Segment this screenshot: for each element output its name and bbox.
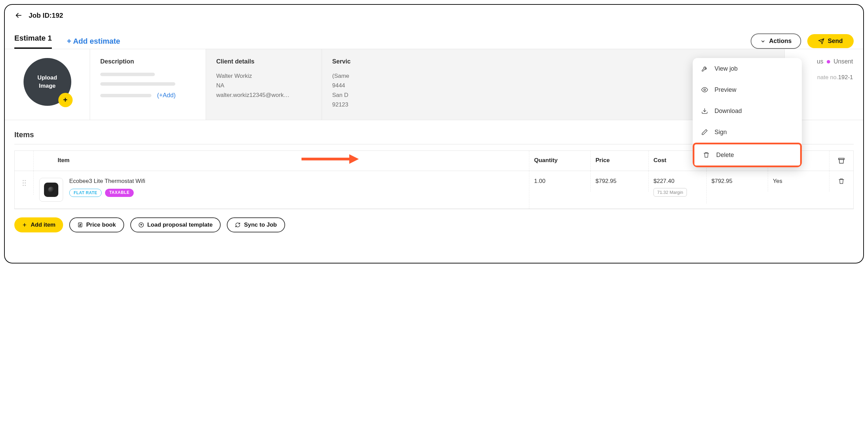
td-delete <box>829 171 853 191</box>
sync-label: Sync to Job <box>244 221 277 228</box>
client-name: Walter Workiz <box>216 73 311 80</box>
send-button-label: Send <box>828 38 843 45</box>
trash-icon <box>703 151 710 159</box>
annotation-arrow-icon <box>301 152 359 166</box>
status-row: us Unsent <box>795 58 853 65</box>
price-book-label: Price book <box>86 221 116 228</box>
upload-line1: Upload <box>38 74 57 82</box>
dropdown-label-delete: Delete <box>716 152 734 159</box>
dropdown-item-download[interactable]: Download <box>693 100 802 121</box>
client-email: walter.workiz12345@work… <box>216 92 311 99</box>
status-dot-icon <box>827 60 830 63</box>
plus-icon <box>22 222 27 228</box>
td-cost[interactable]: $227.40 71.32 Margin <box>649 171 707 203</box>
send-icon <box>818 38 824 44</box>
tabs: Estimate 1 + Add estimate <box>14 34 120 49</box>
sync-icon <box>235 222 240 228</box>
td-quantity[interactable]: 1.00 <box>529 171 591 191</box>
plus-badge-icon: + <box>58 93 73 107</box>
bottom-actions: Add item Price book Load proposal templa… <box>5 209 863 243</box>
skeleton-line <box>100 82 175 86</box>
add-item-label: Add item <box>31 221 56 228</box>
actions-button[interactable]: Actions <box>751 33 801 49</box>
item-pills: FLAT RATE TAXABLE <box>69 189 145 197</box>
actions-button-label: Actions <box>769 38 792 45</box>
app-frame: Job ID:192 Estimate 1 + Add estimate Act… <box>4 4 864 263</box>
load-proposal-template-button[interactable]: Load proposal template <box>130 217 221 232</box>
upload-line2: Image <box>39 82 56 90</box>
th-archive <box>829 151 853 171</box>
skeleton-line <box>100 94 151 97</box>
dropdown-item-sign[interactable]: Sign <box>693 121 802 143</box>
status-value: Unsent <box>834 58 853 65</box>
th-price: Price <box>591 151 649 171</box>
wrench-icon <box>701 65 708 72</box>
dollar-icon <box>77 222 83 228</box>
send-button[interactable]: Send <box>807 34 854 48</box>
svg-point-0 <box>704 89 706 91</box>
add-estimate-link[interactable]: + Add estimate <box>67 37 120 46</box>
download-icon <box>701 107 708 115</box>
th-quantity: Quantity <box>529 151 591 171</box>
client-details-panel: Client details Walter Workiz NA walter.w… <box>206 49 322 120</box>
svg-point-3 <box>25 180 26 181</box>
taxable-pill: TAXABLE <box>105 189 133 197</box>
margin-badge: 71.32 Margin <box>653 188 687 197</box>
sync-to-job-button[interactable]: Sync to Job <box>227 217 285 232</box>
load-tpl-label: Load proposal template <box>147 221 213 228</box>
trash-icon[interactable] <box>834 178 849 185</box>
svg-point-4 <box>23 183 24 184</box>
dropdown-item-delete[interactable]: Delete <box>693 143 802 167</box>
svg-point-5 <box>25 183 26 184</box>
upload-icon <box>138 222 144 228</box>
td-price[interactable]: $792.95 <box>591 171 649 191</box>
add-item-button[interactable]: Add item <box>14 217 63 232</box>
tab-row: Estimate 1 + Add estimate Actions Send <box>5 23 863 49</box>
dropdown-item-preview[interactable]: Preview <box>693 79 802 100</box>
description-title: Description <box>100 58 195 65</box>
header-bar: Job ID:192 <box>5 5 863 23</box>
chevron-down-icon <box>760 39 766 44</box>
cost-value: $227.40 <box>653 178 702 185</box>
eye-icon <box>701 86 708 94</box>
description-panel: Description (+Add) <box>90 49 206 120</box>
td-item[interactable]: Ecobee3 Lite Thermostat Wifi FLAT RATE T… <box>34 171 529 209</box>
svg-point-7 <box>25 185 26 186</box>
flat-rate-pill: FLAT RATE <box>69 189 102 197</box>
client-title: Client details <box>216 58 311 65</box>
dropdown-item-view-job[interactable]: View job <box>693 58 802 79</box>
table-row: Ecobee3 Lite Thermostat Wifi FLAT RATE T… <box>15 171 853 209</box>
top-actions: Actions Send <box>751 33 854 49</box>
job-id-label: Job ID:192 <box>29 12 63 19</box>
item-thumbnail <box>39 178 63 202</box>
status-label: us <box>817 58 823 65</box>
upload-panel: Upload Image + <box>5 49 90 120</box>
dropdown-label-download: Download <box>715 108 742 115</box>
client-na: NA <box>216 82 311 89</box>
dropdown-label-preview: Preview <box>715 86 736 94</box>
th-item: Item <box>34 151 529 171</box>
drag-handle-icon[interactable] <box>15 171 34 195</box>
item-name: Ecobee3 Lite Thermostat Wifi <box>69 178 145 185</box>
td-taxable[interactable]: Yes <box>768 171 829 191</box>
back-arrow-icon[interactable] <box>14 11 23 20</box>
dropdown-label-view: View job <box>715 65 738 72</box>
skeleton-line <box>100 73 155 76</box>
th-drag <box>15 151 34 171</box>
upload-image-button[interactable]: Upload Image + <box>24 58 71 106</box>
td-amount: $792.95 <box>707 171 768 191</box>
tab-estimate-1[interactable]: Estimate 1 <box>14 34 52 49</box>
price-book-button[interactable]: Price book <box>69 217 124 232</box>
actions-dropdown: View job Preview Download Sign Delete <box>693 58 802 167</box>
estimate-number-label: nate no. <box>817 74 838 81</box>
dropdown-label-sign: Sign <box>715 129 727 136</box>
estimate-number: nate no.192-1 <box>795 74 853 81</box>
pencil-icon <box>701 128 708 136</box>
archive-icon[interactable] <box>829 157 853 165</box>
estimate-number-value: 192-1 <box>838 74 853 81</box>
add-description-link[interactable]: (+Add) <box>157 92 176 99</box>
svg-point-2 <box>23 180 24 181</box>
svg-point-6 <box>23 185 24 186</box>
